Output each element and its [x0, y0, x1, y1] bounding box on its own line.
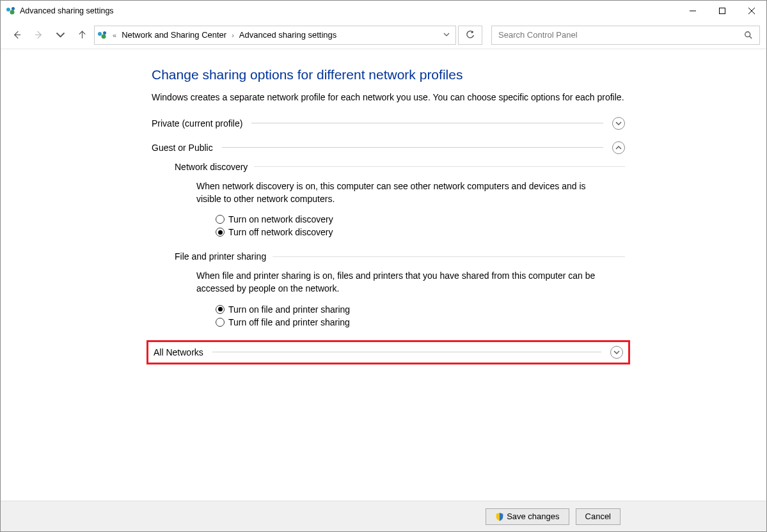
close-button[interactable]	[737, 1, 766, 21]
divider	[254, 166, 625, 167]
expand-icon[interactable]	[612, 117, 625, 130]
file-printer-desc: When file and printer sharing is on, fil…	[196, 269, 606, 295]
network-discovery-desc: When network discovery is on, this compu…	[196, 180, 606, 206]
breadcrumb-parent[interactable]: Network and Sharing Center	[122, 30, 226, 40]
svg-line-14	[750, 36, 752, 38]
profile-all-header[interactable]: All Networks	[154, 346, 623, 359]
radio-label: Turn off network discovery	[228, 227, 333, 237]
svg-point-2	[12, 7, 15, 10]
svg-rect-4	[720, 8, 725, 14]
save-label: Save changes	[507, 512, 559, 521]
highlight-all-networks: All Networks	[146, 340, 630, 364]
search-icon[interactable]	[744, 31, 753, 40]
forward-button[interactable]	[29, 26, 48, 45]
address-dropdown-icon[interactable]	[440, 30, 453, 40]
address-bar[interactable]: « Network and Sharing Center › Advanced …	[94, 26, 456, 45]
navigation-bar: « Network and Sharing Center › Advanced …	[1, 21, 766, 49]
save-changes-button[interactable]: Save changes	[486, 508, 569, 525]
profile-guest-header[interactable]: Guest or Public	[152, 141, 625, 154]
svg-point-0	[6, 8, 10, 12]
radio-label: Turn on file and printer sharing	[228, 304, 350, 315]
profile-all-label: All Networks	[154, 347, 203, 357]
footer: Save changes Cancel	[1, 501, 766, 531]
content-area: Change sharing options for different net…	[1, 49, 766, 501]
breadcrumb-separator-icon: ›	[230, 31, 235, 39]
guest-section: Network discovery When network discovery…	[175, 162, 625, 327]
recent-dropdown[interactable]	[51, 26, 70, 45]
back-button[interactable]	[7, 26, 26, 45]
refresh-button[interactable]	[458, 26, 482, 45]
network-discovery-header: Network discovery	[175, 162, 625, 172]
breadcrumb-current[interactable]: Advanced sharing settings	[239, 30, 336, 40]
expand-icon[interactable]	[610, 346, 623, 359]
svg-point-11	[102, 34, 106, 38]
radio-turn-off-sharing[interactable]: Turn off file and printer sharing	[216, 317, 625, 327]
profile-guest-label: Guest or Public	[152, 143, 213, 153]
divider	[212, 352, 601, 352]
svg-point-1	[10, 10, 15, 15]
window-title: Advanced sharing settings	[20, 6, 678, 15]
app-icon	[6, 6, 16, 16]
svg-point-13	[745, 31, 750, 36]
divider	[273, 256, 625, 257]
radio-icon	[216, 228, 225, 237]
maximize-button[interactable]	[708, 1, 737, 21]
svg-point-12	[103, 31, 106, 35]
divider	[251, 123, 603, 123]
network-discovery-title: Network discovery	[175, 162, 248, 172]
profile-private-header[interactable]: Private (current profile)	[152, 117, 625, 130]
window-controls	[678, 1, 766, 21]
file-printer-header: File and printer sharing	[175, 251, 625, 262]
profile-private-label: Private (current profile)	[152, 118, 242, 129]
network-discovery-radio-group: Turn on network discovery Turn off netwo…	[216, 214, 625, 237]
radio-turn-off-discovery[interactable]: Turn off network discovery	[216, 227, 625, 237]
search-box[interactable]	[491, 26, 760, 45]
page-description: Windows creates a separate network profi…	[152, 91, 625, 104]
radio-turn-on-sharing[interactable]: Turn on file and printer sharing	[216, 304, 625, 315]
up-button[interactable]	[72, 26, 91, 45]
radio-icon	[216, 318, 225, 327]
radio-turn-on-discovery[interactable]: Turn on network discovery	[216, 214, 625, 224]
divider	[222, 147, 603, 148]
breadcrumb-history-icon[interactable]: «	[111, 31, 118, 39]
minimize-button[interactable]	[678, 1, 708, 21]
file-printer-radio-group: Turn on file and printer sharing Turn of…	[216, 304, 625, 327]
cancel-button[interactable]: Cancel	[576, 508, 621, 525]
page-title: Change sharing options for different net…	[152, 67, 625, 82]
file-printer-title: File and printer sharing	[175, 251, 266, 262]
search-input[interactable]	[498, 30, 744, 40]
titlebar: Advanced sharing settings	[1, 1, 766, 21]
radio-icon	[216, 305, 225, 314]
collapse-icon[interactable]	[612, 141, 625, 154]
address-icon	[97, 30, 107, 40]
radio-label: Turn off file and printer sharing	[228, 317, 350, 327]
radio-icon	[216, 215, 225, 224]
cancel-label: Cancel	[585, 512, 611, 521]
radio-label: Turn on network discovery	[228, 214, 333, 224]
svg-point-10	[98, 32, 102, 36]
shield-icon	[495, 512, 504, 521]
